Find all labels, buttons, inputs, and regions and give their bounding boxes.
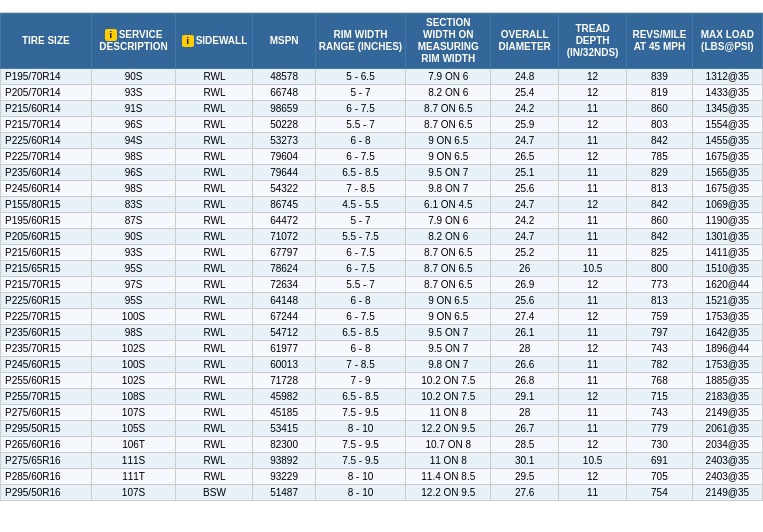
cell-tread_depth: 12 — [559, 197, 627, 213]
cell-tread_depth: 11 — [559, 101, 627, 117]
table-row: P295/50R16107SBSW514878 - 1012.2 ON 9.52… — [1, 485, 763, 501]
table-row: P215/70R1496SRWL502285.5 - 78.7 ON 6.525… — [1, 117, 763, 133]
col-label-sidewall: SIDEWALL — [196, 35, 248, 46]
info-icon-service_desc[interactable]: i — [105, 29, 117, 41]
cell-tread_depth: 11 — [559, 405, 627, 421]
cell-tire_size: P295/50R16 — [1, 485, 92, 501]
cell-max_load: 1069@35 — [692, 197, 762, 213]
cell-sidewall: RWL — [176, 453, 253, 469]
cell-tire_size: P265/60R16 — [1, 437, 92, 453]
cell-tire_size: P225/60R14 — [1, 133, 92, 149]
cell-revs_mile: 803 — [627, 117, 693, 133]
cell-section_width: 11 ON 8 — [406, 405, 491, 421]
cell-tire_size: P275/60R15 — [1, 405, 92, 421]
cell-tire_size: P245/60R15 — [1, 357, 92, 373]
cell-service_desc: 87S — [91, 213, 176, 229]
cell-service_desc: 102S — [91, 373, 176, 389]
cell-rim_width: 8 - 10 — [315, 485, 406, 501]
cell-max_load: 1510@35 — [692, 261, 762, 277]
cell-tire_size: P225/70R15 — [1, 309, 92, 325]
cell-mspn: 82300 — [253, 437, 315, 453]
cell-tire_size: P295/50R15 — [1, 421, 92, 437]
cell-revs_mile: 705 — [627, 469, 693, 485]
col-header-sidewall: iSIDEWALL — [176, 14, 253, 69]
cell-mspn: 45185 — [253, 405, 315, 421]
cell-overall_dia: 26.6 — [491, 357, 559, 373]
cell-mspn: 53415 — [253, 421, 315, 437]
col-header-section_width: SECTION WIDTH ON MEASURING RIM WIDTH — [406, 14, 491, 69]
cell-tread_depth: 12 — [559, 277, 627, 293]
cell-max_load: 2061@35 — [692, 421, 762, 437]
cell-revs_mile: 800 — [627, 261, 693, 277]
cell-mspn: 71072 — [253, 229, 315, 245]
cell-tire_size: P235/70R15 — [1, 341, 92, 357]
cell-service_desc: 98S — [91, 149, 176, 165]
cell-section_width: 9.5 ON 7 — [406, 341, 491, 357]
cell-rim_width: 4.5 - 5.5 — [315, 197, 406, 213]
cell-sidewall: RWL — [176, 165, 253, 181]
cell-rim_width: 6 - 8 — [315, 293, 406, 309]
col-label-revs_mile: REVS/MILE AT 45 MPH — [632, 29, 686, 52]
cell-mspn: 79604 — [253, 149, 315, 165]
cell-service_desc: 94S — [91, 133, 176, 149]
cell-overall_dia: 26.8 — [491, 373, 559, 389]
cell-section_width: 9 ON 6.5 — [406, 133, 491, 149]
table-row: P215/60R1491SRWL986596 - 7.58.7 ON 6.524… — [1, 101, 763, 117]
cell-tread_depth: 11 — [559, 485, 627, 501]
col-header-service_desc: iSERVICE DESCRIPTION — [91, 14, 176, 69]
table-row: P235/60R1598SRWL547126.5 - 8.59.5 ON 726… — [1, 325, 763, 341]
cell-tire_size: P195/70R14 — [1, 69, 92, 85]
cell-service_desc: 107S — [91, 485, 176, 501]
cell-sidewall: RWL — [176, 341, 253, 357]
cell-mspn: 53273 — [253, 133, 315, 149]
cell-revs_mile: 860 — [627, 213, 693, 229]
cell-overall_dia: 24.8 — [491, 69, 559, 85]
cell-overall_dia: 28 — [491, 405, 559, 421]
cell-sidewall: RWL — [176, 181, 253, 197]
cell-rim_width: 6 - 8 — [315, 341, 406, 357]
cell-tire_size: P285/60R16 — [1, 469, 92, 485]
cell-section_width: 12.2 ON 9.5 — [406, 421, 491, 437]
cell-sidewall: RWL — [176, 437, 253, 453]
cell-rim_width: 8 - 10 — [315, 469, 406, 485]
col-header-rim_width: RIM WIDTH RANGE (INCHES) — [315, 14, 406, 69]
cell-tread_depth: 11 — [559, 293, 627, 309]
cell-overall_dia: 25.9 — [491, 117, 559, 133]
cell-mspn: 67797 — [253, 245, 315, 261]
cell-max_load: 1896@44 — [692, 341, 762, 357]
cell-service_desc: 98S — [91, 181, 176, 197]
col-label-overall_dia: OVERALL DIAMETER — [499, 29, 551, 52]
cell-max_load: 1554@35 — [692, 117, 762, 133]
cell-max_load: 1620@44 — [692, 277, 762, 293]
cell-sidewall: RWL — [176, 69, 253, 85]
col-header-tread_depth: TREAD DEPTH (IN/32NDS) — [559, 14, 627, 69]
table-row: P255/70R15108SRWL459826.5 - 8.510.2 ON 7… — [1, 389, 763, 405]
cell-sidewall: RWL — [176, 213, 253, 229]
cell-section_width: 8.7 ON 6.5 — [406, 117, 491, 133]
cell-tire_size: P155/80R15 — [1, 197, 92, 213]
cell-mspn: 50228 — [253, 117, 315, 133]
table-row: P215/60R1593SRWL677976 - 7.58.7 ON 6.525… — [1, 245, 763, 261]
cell-rim_width: 6.5 - 8.5 — [315, 389, 406, 405]
cell-revs_mile: 842 — [627, 229, 693, 245]
table-row: P195/60R1587SRWL644725 - 77.9 ON 624.211… — [1, 213, 763, 229]
cell-max_load: 2034@35 — [692, 437, 762, 453]
cell-tread_depth: 11 — [559, 357, 627, 373]
cell-mspn: 93892 — [253, 453, 315, 469]
cell-tread_depth: 11 — [559, 213, 627, 229]
cell-service_desc: 96S — [91, 165, 176, 181]
cell-section_width: 9 ON 6.5 — [406, 149, 491, 165]
cell-sidewall: RWL — [176, 133, 253, 149]
cell-section_width: 8.7 ON 6.5 — [406, 277, 491, 293]
col-label-rim_width: RIM WIDTH RANGE (INCHES) — [319, 29, 402, 52]
cell-section_width: 9.8 ON 7 — [406, 357, 491, 373]
cell-tread_depth: 12 — [559, 389, 627, 405]
table-row: P285/60R16111TRWL932298 - 1011.4 ON 8.52… — [1, 469, 763, 485]
cell-overall_dia: 26.1 — [491, 325, 559, 341]
cell-sidewall: RWL — [176, 101, 253, 117]
cell-service_desc: 107S — [91, 405, 176, 421]
cell-tread_depth: 11 — [559, 373, 627, 389]
table-row: P225/60R1494SRWL532736 - 89 ON 6.524.711… — [1, 133, 763, 149]
table-row: P265/60R16106TRWL823007.5 - 9.510.7 ON 8… — [1, 437, 763, 453]
info-icon-sidewall[interactable]: i — [182, 35, 194, 47]
